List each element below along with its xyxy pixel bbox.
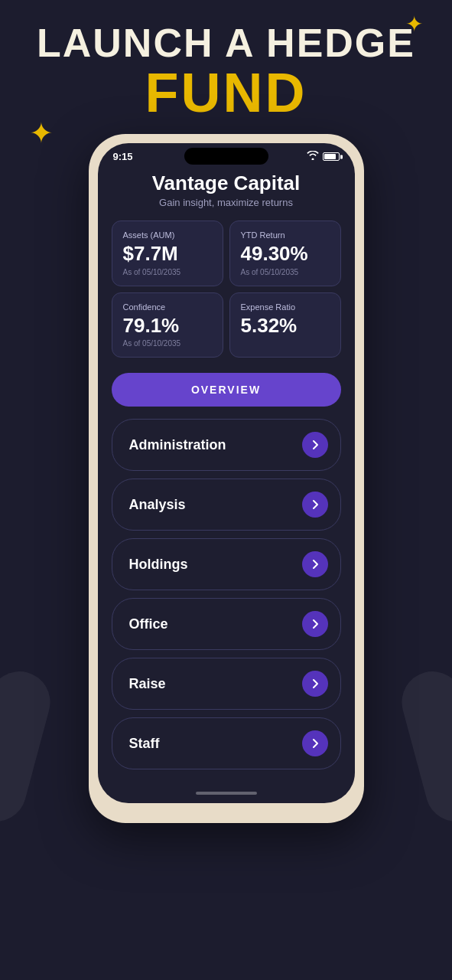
nav-arrow-administration (302, 432, 328, 458)
nav-item-label-raise: Raise (129, 676, 166, 692)
ghost-shape-right (395, 665, 452, 828)
battery-icon (323, 152, 340, 161)
home-bar (196, 792, 257, 795)
stat-label-aum: Assets (AUM) (123, 230, 212, 240)
nav-item-label-holdings: Holdings (129, 557, 188, 573)
stats-grid: Assets (AUM) $7.7M As of 05/10/2035 YTD … (112, 220, 341, 358)
stat-card-aum: Assets (AUM) $7.7M As of 05/10/2035 (112, 220, 223, 286)
notch (184, 148, 268, 165)
stat-card-expense: Expense Ratio 5.32% (229, 292, 341, 358)
stat-card-ytd: YTD Return 49.30% As of 05/10/2035 (229, 220, 341, 286)
ghost-shape-left (0, 665, 57, 828)
stat-date-confidence: As of 05/10/2035 (123, 339, 212, 348)
wifi-icon (307, 151, 319, 162)
nav-item-raise[interactable]: Raise (112, 658, 341, 710)
overview-button[interactable]: OVERVIEW (112, 373, 341, 407)
nav-arrow-office (302, 611, 328, 637)
nav-item-label-staff: Staff (129, 736, 160, 752)
stat-label-ytd: YTD Return (241, 230, 330, 240)
header-line2: FUND (0, 65, 452, 120)
header: LAUNCH A HEDGE FUND (0, 0, 452, 128)
phone-inner: 9:15 Vantage C (98, 143, 355, 803)
nav-arrow-staff (302, 730, 328, 756)
nav-item-label-analysis: Analysis (129, 497, 186, 513)
stat-label-confidence: Confidence (123, 302, 212, 312)
nav-item-staff[interactable]: Staff (112, 717, 341, 769)
nav-item-label-office: Office (129, 616, 168, 632)
nav-item-holdings[interactable]: Holdings (112, 538, 341, 590)
stat-label-expense: Expense Ratio (241, 302, 330, 312)
app-subtitle: Gain insight, maximize returns (112, 197, 341, 208)
nav-item-administration[interactable]: Administration (112, 419, 341, 471)
nav-list: Administration Analysis Holdings (112, 419, 341, 769)
home-indicator (98, 788, 355, 803)
nav-arrow-holdings (302, 551, 328, 577)
app-content: Vantage Capital Gain insight, maximize r… (98, 165, 355, 788)
phone-wrapper: 9:15 Vantage C (0, 134, 452, 823)
app-title: Vantage Capital (112, 172, 341, 195)
phone-outer: 9:15 Vantage C (89, 134, 364, 823)
stat-value-confidence: 79.1% (123, 315, 212, 337)
nav-item-office[interactable]: Office (112, 598, 341, 650)
nav-item-label-administration: Administration (129, 437, 226, 453)
status-bar: 9:15 (98, 143, 355, 165)
nav-item-analysis[interactable]: Analysis (112, 479, 341, 531)
stat-value-aum: $7.7M (123, 243, 212, 265)
nav-arrow-analysis (302, 492, 328, 518)
header-line1: LAUNCH A HEDGE (0, 21, 452, 65)
status-icons (307, 151, 340, 162)
stat-date-ytd: As of 05/10/2035 (241, 268, 330, 276)
stat-date-aum: As of 05/10/2035 (123, 268, 212, 276)
stat-card-confidence: Confidence 79.1% As of 05/10/2035 (112, 292, 223, 358)
status-time: 9:15 (113, 151, 133, 162)
stat-value-expense: 5.32% (241, 315, 330, 337)
stat-value-ytd: 49.30% (241, 243, 330, 265)
nav-arrow-raise (302, 671, 328, 697)
